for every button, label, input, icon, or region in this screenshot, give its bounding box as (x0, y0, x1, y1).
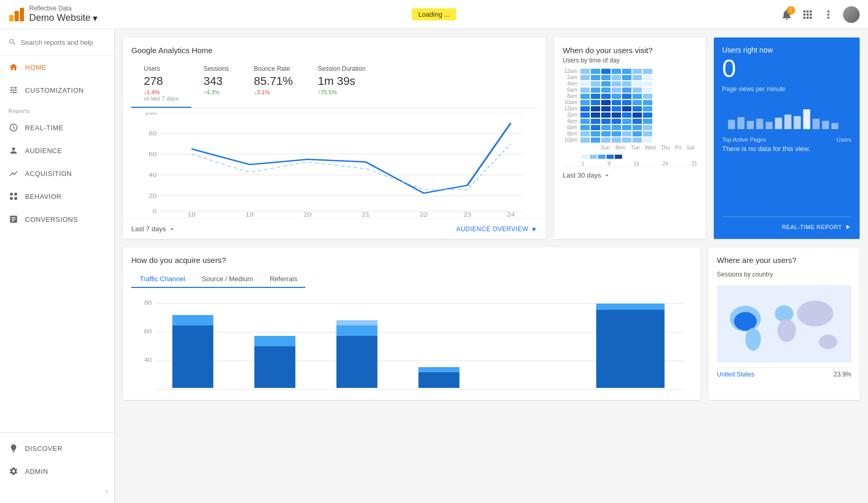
svg-rect-32 (765, 122, 773, 129)
metric-duration-label: Session Duration (318, 65, 365, 72)
heatmap-row: 10am (563, 99, 697, 105)
heatmap-cell (643, 69, 652, 74)
metric-bounce-change: ↓3.1% (254, 89, 293, 95)
heatmap-cell (591, 106, 600, 111)
country-row-us: United States 23.9% (717, 367, 851, 381)
sidebar-item-realtime[interactable]: REAL-TIME (0, 116, 114, 139)
heatmap-row: 6pm (563, 124, 697, 130)
user-avatar[interactable] (843, 6, 860, 23)
loading-badge: Loading ... (412, 8, 456, 20)
dropdown-arrow-icon[interactable]: ▾ (93, 12, 97, 24)
heatmap-cell (633, 119, 642, 124)
heatmap-cell (580, 81, 590, 86)
metric-users-label: Users (144, 65, 179, 72)
heatmap-cell (580, 100, 590, 105)
realtime-subtitle: Page views per minute (722, 85, 851, 93)
sidebar-collapse-button[interactable]: ‹ (0, 483, 114, 499)
topbar-actions: 1 (780, 6, 860, 23)
heatmap-cell (612, 81, 621, 86)
svg-point-65 (819, 335, 837, 349)
svg-text:24: 24 (507, 212, 515, 217)
heatmap-cell (601, 137, 611, 143)
heatmap-cell (633, 125, 642, 130)
heatmap-cell (591, 94, 600, 99)
realtime-no-data: There is no data for this view. (722, 145, 851, 153)
tab-referrals[interactable]: Referrals (262, 271, 306, 287)
date-range-button[interactable]: Last 7 days (131, 225, 176, 233)
metric-duration-tab[interactable]: Session Duration 1m 39s ↑75.5% (305, 61, 378, 108)
line-chart: 100 80 60 40 20 0 18 Jul 19 20 21 22 23 (131, 112, 538, 217)
heatmap-cell (622, 119, 631, 124)
sidebar-item-acquisition[interactable]: ACQUISITION (0, 162, 114, 185)
realtime-mini-chart (722, 99, 851, 130)
sidebar-item-admin[interactable]: ADMIN (0, 460, 114, 483)
sidebar-item-behavior[interactable]: BEHAVIOR (0, 185, 114, 208)
audience-overview-link[interactable]: AUDIENCE OVERVIEW (456, 225, 538, 233)
heatmap-cell (601, 119, 611, 124)
bar-chart-area: 80 60 40 (123, 288, 700, 400)
heatmap-cell (580, 137, 590, 143)
acquire-tabs: Traffic Channel Source / Medium Referral… (131, 271, 305, 288)
heatmap-cell (591, 112, 600, 118)
heatmap-cell (601, 100, 611, 105)
heatmap-cell (643, 87, 652, 93)
heatmap-cell (633, 81, 642, 86)
heatmap-cell (633, 87, 642, 93)
svg-rect-4 (10, 193, 13, 195)
heatmap-row: 12pm (563, 106, 697, 111)
svg-rect-38 (822, 121, 829, 129)
apps-grid-icon[interactable] (801, 8, 814, 21)
svg-rect-28 (728, 120, 735, 129)
realtime-count: 0 (722, 56, 851, 81)
tab-traffic-channel[interactable]: Traffic Channel (131, 271, 193, 288)
notification-bell[interactable]: 1 (780, 8, 793, 21)
sidebar: HOME CUSTOMIZATION Reports REAL-TIME AU (0, 29, 115, 503)
svg-text:23: 23 (463, 212, 472, 217)
svg-point-62 (775, 305, 793, 322)
heatmap-cell (591, 100, 600, 105)
svg-rect-0 (9, 15, 14, 21)
svg-text:80: 80 (148, 131, 157, 137)
search-input[interactable] (21, 39, 106, 46)
svg-rect-7 (15, 197, 17, 200)
tab-source-medium[interactable]: Source / Medium (193, 271, 261, 287)
heatmap-row: 8pm (563, 131, 697, 136)
heatmap-cell (601, 106, 611, 111)
where-card: Where are your users? Sessions by countr… (709, 247, 860, 400)
heatmap-cell (591, 69, 600, 74)
site-title[interactable]: Demo Website ▾ (29, 12, 97, 24)
discover-icon (8, 443, 19, 454)
sidebar-item-conversions[interactable]: CONVERSIONS (0, 208, 114, 231)
metric-users-change: ↓1.4% (144, 89, 179, 95)
customization-icon (8, 85, 19, 95)
heatmap-cell (622, 100, 631, 105)
svg-text:80: 80 (144, 300, 152, 306)
sidebar-item-customization[interactable]: CUSTOMIZATION (0, 79, 114, 102)
heatmap-cell (580, 112, 590, 118)
heatmap-row: 12am (563, 68, 697, 74)
line-chart-area: 100 80 60 40 20 0 18 Jul 19 20 21 22 23 (123, 108, 546, 218)
metric-sessions-change: ↑4.3% (204, 89, 229, 95)
country-name[interactable]: United States (717, 371, 754, 378)
sidebar-item-home[interactable]: HOME (0, 56, 114, 79)
heatmap-cell (580, 119, 590, 124)
heatmap-cell (591, 119, 600, 124)
conversions-icon (8, 214, 19, 224)
sidebar-item-audience[interactable]: AUDIENCE (0, 139, 114, 162)
admin-icon (8, 466, 19, 476)
metric-bounce-tab[interactable]: Bounce Rate 85.71% ↓3.1% (241, 61, 305, 108)
realtime-footer-link[interactable]: REAL-TIME REPORT (722, 217, 851, 231)
metric-users-tab[interactable]: Users 278 ↓1.4% vs last 7 days (131, 61, 191, 108)
svg-rect-5 (15, 193, 17, 195)
audience-icon (8, 145, 19, 156)
heatmap-container: 12am2am4am6am8am10am12pm2pm4pm6pm8pm10pm… (563, 68, 697, 167)
heatmap-cell (643, 125, 652, 130)
visit-date-range-button[interactable]: Last 30 days (563, 171, 611, 179)
sidebar-item-discover[interactable]: DISCOVER (0, 437, 114, 460)
metric-sessions-tab[interactable]: Sessions 343 ↑4.3% (191, 61, 242, 108)
heatmap-cell (622, 125, 631, 130)
more-vert-icon[interactable] (822, 8, 835, 21)
heatmap-row: 10pm (563, 137, 697, 143)
acquire-card: How do you acquire users? Traffic Channe… (123, 247, 700, 400)
search-box[interactable] (0, 29, 114, 56)
